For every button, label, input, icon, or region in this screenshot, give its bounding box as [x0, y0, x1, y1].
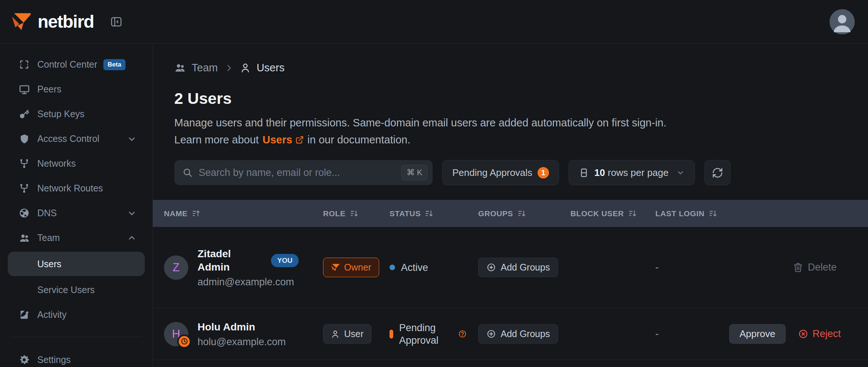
column-label: NAME	[164, 209, 188, 218]
sidebar-item-label: Setup Keys	[37, 109, 85, 119]
breadcrumb-team[interactable]: Team	[174, 62, 218, 74]
sidebar-item-service-users[interactable]: Service Users	[8, 278, 145, 302]
table-row: H Holu Admin holu@example.com	[153, 308, 868, 360]
status-cell: Pending Approval	[390, 322, 478, 347]
search-box[interactable]: ⌘ K	[174, 160, 433, 185]
main-content: Team Users 2 Users Manage users and thei…	[153, 44, 868, 367]
role-label: Owner	[344, 262, 371, 273]
sidebar-item-settings[interactable]: Settings	[8, 347, 145, 367]
plus-circle-icon	[487, 329, 496, 339]
sidebar-item-dns[interactable]: DNS	[8, 201, 145, 225]
sidebar-item-label: Service Users	[37, 285, 95, 295]
sort-desc-icon	[709, 209, 717, 218]
column-label: ROLE	[323, 209, 346, 218]
refresh-icon	[712, 167, 723, 179]
user-name: Holu Admin	[198, 320, 286, 334]
sidebar-item-control-center[interactable]: Control Center Beta	[8, 52, 145, 77]
user-email: holu@example.com	[198, 336, 286, 348]
brand-name: netbird	[38, 11, 94, 32]
learn-more-prefix: Learn more about	[174, 131, 259, 148]
sidebar-item-users[interactable]: Users	[8, 252, 145, 276]
netbird-logo: netbird	[11, 11, 94, 32]
role-label: User	[344, 329, 364, 339]
sort-asc-icon	[192, 209, 200, 218]
pending-clock-icon	[177, 334, 191, 349]
breadcrumb-team-label: Team	[192, 62, 218, 74]
account-avatar[interactable]	[830, 9, 855, 34]
column-header-groups[interactable]: GROUPS	[478, 209, 570, 218]
sidebar-item-peers[interactable]: Peers	[8, 77, 145, 102]
column-label: STATUS	[390, 209, 421, 218]
column-label: LAST LOGIN	[655, 209, 704, 218]
sort-desc-icon	[425, 209, 433, 218]
shield-icon	[18, 133, 30, 145]
column-header-role[interactable]: ROLE	[323, 209, 390, 218]
role-badge-owner[interactable]: Owner	[323, 258, 379, 277]
sidebar-item-access-control[interactable]: Access Control	[8, 126, 145, 151]
user-name: Zitadel Admin	[198, 247, 262, 274]
column-header-status[interactable]: STATUS	[390, 209, 478, 218]
netbird-owner-icon	[331, 263, 340, 272]
add-groups-label: Add Groups	[501, 262, 550, 273]
control-center-icon	[18, 59, 30, 70]
user-icon	[240, 62, 251, 73]
sidebar-item-label: Peers	[37, 84, 61, 95]
sort-desc-icon	[518, 209, 526, 218]
status-label: Pending Approval	[399, 322, 447, 347]
page-description-line1: Manage users and their permissions. Same…	[174, 114, 847, 131]
reject-label: Reject	[813, 328, 841, 340]
column-header-last-login[interactable]: LAST LOGIN	[655, 209, 729, 218]
sidebar-item-label: Networks	[37, 158, 76, 169]
sidebar-item-activity[interactable]: Activity	[8, 302, 145, 327]
chevron-down-icon	[676, 168, 685, 177]
last-login-cell: -	[655, 262, 729, 273]
rows-label: rows per page	[608, 167, 669, 178]
reject-button[interactable]: Reject	[798, 328, 841, 340]
search-input[interactable]	[199, 167, 401, 179]
chevron-down-icon	[127, 134, 137, 144]
pending-count-badge: 1	[538, 167, 549, 179]
sidebar-item-networks[interactable]: Networks	[8, 151, 145, 176]
sidebar-item-label: Team	[37, 232, 60, 243]
sidebar-item-label: Settings	[37, 354, 71, 365]
approve-label: Approve	[740, 328, 775, 340]
sidebar: Control Center Beta Peers S	[0, 44, 153, 367]
toolbar: ⌘ K Pending Approvals 1 10 rows per page	[174, 160, 847, 185]
sidebar-item-network-routes[interactable]: Network Routes	[8, 176, 145, 201]
top-bar: netbird	[0, 0, 868, 44]
help-circle-icon[interactable]	[458, 330, 467, 338]
activity-pencil-icon	[18, 309, 30, 320]
add-groups-button[interactable]: Add Groups	[478, 258, 558, 277]
sidebar-item-setup-keys[interactable]: Setup Keys	[8, 102, 145, 126]
breadcrumb: Team Users	[174, 62, 847, 74]
breadcrumb-users-label: Users	[257, 62, 285, 74]
sort-desc-icon	[628, 209, 637, 218]
refresh-button[interactable]	[704, 160, 731, 185]
avatar: H	[164, 322, 188, 346]
users-doc-link[interactable]: Users	[263, 131, 304, 148]
delete-button[interactable]: Delete	[793, 262, 837, 273]
last-login-cell: -	[655, 328, 729, 340]
learn-more-suffix: in our documentation.	[308, 131, 411, 148]
status-cell: Active	[390, 261, 478, 274]
rows-per-page-select[interactable]: 10 rows per page	[569, 160, 695, 185]
sidebar-collapse-icon[interactable]	[110, 16, 123, 28]
row-actions: Approve Reject	[729, 324, 841, 344]
user-cell: H Holu Admin holu@example.com	[164, 320, 323, 348]
approve-button[interactable]: Approve	[729, 324, 786, 344]
column-header-name[interactable]: NAME	[164, 209, 323, 218]
external-link-icon	[295, 136, 304, 144]
pending-approvals-button[interactable]: Pending Approvals 1	[442, 160, 559, 185]
pending-status-dot	[390, 330, 393, 339]
sidebar-item-team[interactable]: Team	[8, 225, 145, 250]
monitor-icon	[18, 84, 30, 95]
app-window: netbird	[0, 0, 868, 367]
role-badge-user[interactable]: User	[323, 324, 371, 344]
breadcrumb-users[interactable]: Users	[240, 62, 285, 74]
search-shortcut-kbd: ⌘ K	[401, 165, 428, 180]
add-groups-button[interactable]: Add Groups	[478, 324, 558, 344]
column-header-block-user[interactable]: BLOCK USER	[570, 209, 655, 218]
avatar: Z	[164, 255, 188, 280]
active-status-dot	[390, 265, 395, 270]
sort-desc-icon	[350, 209, 358, 218]
